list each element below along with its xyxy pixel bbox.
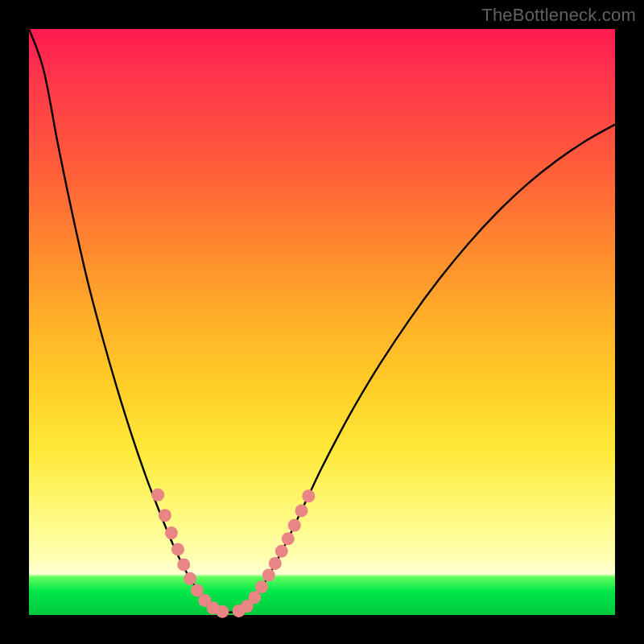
- bottleneck-curve: [29, 29, 615, 613]
- data-dot: [275, 545, 288, 558]
- data-dot: [151, 489, 164, 502]
- data-dot: [302, 489, 315, 502]
- data-dot: [295, 504, 308, 517]
- chart-stage: TheBottleneck.com: [0, 0, 644, 644]
- data-dot: [177, 558, 190, 571]
- data-dot: [269, 557, 282, 570]
- watermark-text: TheBottleneck.com: [481, 5, 636, 26]
- data-dot: [184, 572, 196, 585]
- data-dots: [151, 489, 315, 618]
- data-dot: [288, 519, 301, 532]
- chart-svg: [29, 29, 615, 615]
- data-dot: [248, 591, 261, 604]
- data-dot: [165, 526, 178, 539]
- data-dot: [159, 509, 171, 522]
- plot-area: [29, 29, 615, 615]
- data-dot: [262, 569, 275, 582]
- data-dot: [171, 543, 184, 555]
- data-dot: [282, 532, 295, 545]
- data-dot: [255, 580, 268, 593]
- data-dot: [216, 605, 229, 618]
